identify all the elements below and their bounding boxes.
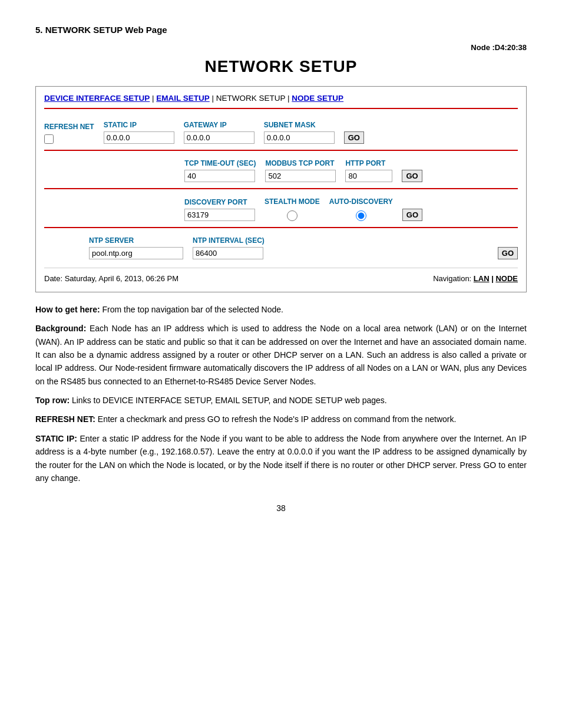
date-display: Date: Saturday, April 6, 2013, 06:26 PM: [44, 273, 178, 285]
go-button-2[interactable]: GO: [402, 170, 422, 182]
refresh-net-text: REFRESH NET: Enter a checkmark and press…: [35, 413, 527, 426]
ntp-server-label: NTP SERVER: [89, 235, 134, 246]
stealth-mode-label: STEALTH MODE: [265, 196, 320, 207]
nav-device-interface[interactable]: DEVICE INTERFACE SETUP: [44, 94, 150, 103]
static-ip-label: STATIC IP: [104, 120, 137, 130]
background-text: Background: Each Node has an IP address …: [35, 322, 527, 388]
modbus-tcp-port-label: MODBUS TCP PORT: [265, 158, 334, 169]
http-port-input[interactable]: [345, 170, 392, 182]
form-section-4: NTP SERVER NTP INTERVAL (SEC) GO: [44, 230, 518, 265]
top-row-text: Top row: Links to DEVICE INTERFACE SETUP…: [35, 394, 527, 407]
nav-sep1: |: [150, 94, 156, 103]
ntp-interval-input[interactable]: [193, 247, 263, 259]
nav-lan-link[interactable]: LAN: [474, 274, 490, 283]
nav-node-link[interactable]: NODE: [495, 274, 518, 283]
discovery-port-input[interactable]: [184, 209, 255, 221]
static-ip-input[interactable]: [104, 131, 174, 144]
nav-middle: | NETWORK SETUP |: [210, 94, 292, 103]
go-button-4[interactable]: GO: [498, 247, 518, 259]
form-section-3: DISCOVERY PORT STEALTH MODE AUTO-DISCOVE…: [44, 192, 518, 228]
page-number: 38: [35, 502, 527, 515]
section-heading: 5. NETWORK SETUP Web Page: [35, 24, 527, 37]
nav-email-setup[interactable]: EMAIL SETUP: [156, 94, 210, 103]
form-section-2: TCP TIME-OUT (SEC) MODBUS TCP PORT HTTP …: [44, 153, 518, 189]
subnet-mask-label: SUBNET MASK: [264, 120, 316, 130]
modbus-tcp-port-input[interactable]: [265, 170, 336, 182]
gateway-ip-input[interactable]: [184, 131, 254, 144]
page-title: NETWORK SETUP: [35, 54, 527, 79]
nav-node-setup[interactable]: NODE SETUP: [292, 94, 343, 103]
ntp-interval-label: NTP INTERVAL (SEC): [193, 235, 265, 246]
tcp-timeout-label: TCP TIME-OUT (SEC): [184, 158, 256, 169]
static-ip-text: STATIC IP: Enter a static IP address for…: [35, 432, 527, 485]
tcp-timeout-input[interactable]: [184, 170, 255, 182]
refresh-net-checkbox[interactable]: [44, 134, 54, 144]
how-to-get-here: How to get here: From the top navigation…: [35, 303, 527, 316]
auto-discovery-radio[interactable]: [356, 210, 366, 221]
web-panel: DEVICE INTERFACE SETUP | EMAIL SETUP | N…: [35, 86, 527, 292]
go-button-3[interactable]: GO: [402, 209, 422, 221]
node-label: Node :D4:20:38: [35, 42, 527, 54]
stealth-mode-radio[interactable]: [287, 210, 297, 221]
auto-discovery-label: AUTO-DISCOVERY: [329, 196, 393, 207]
navigation-display: Navigation: LAN | NODE: [433, 273, 518, 285]
nav-row: DEVICE INTERFACE SETUP | EMAIL SETUP | N…: [44, 93, 518, 109]
subnet-mask-input[interactable]: [264, 131, 335, 144]
form-section-1: REFRESH NET STATIC IP GATEWAY IP SUBNET …: [44, 115, 518, 151]
http-port-label: HTTP PORT: [345, 158, 385, 169]
discovery-port-label: DISCOVERY PORT: [184, 197, 247, 207]
status-bar: Date: Saturday, April 6, 2013, 06:26 PM …: [44, 268, 518, 285]
gateway-ip-label: GATEWAY IP: [184, 120, 227, 130]
go-button-1[interactable]: GO: [344, 131, 364, 144]
refresh-net-label: REFRESH NET: [44, 121, 94, 132]
ntp-server-input[interactable]: [89, 247, 183, 259]
